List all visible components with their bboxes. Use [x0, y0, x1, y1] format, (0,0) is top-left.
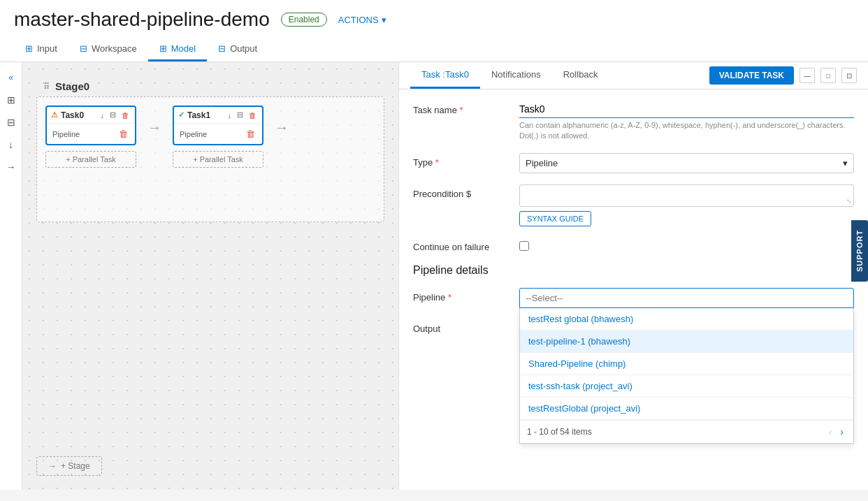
tab-notifications[interactable]: Notifications — [480, 62, 552, 89]
sidebar-layers-icon[interactable]: ⊟ — [1, 112, 21, 132]
drag-handle-icon[interactable]: ⠿ — [43, 82, 50, 92]
type-row: Type * Pipeline ▾ — [413, 153, 854, 173]
input-icon: ⊞ — [25, 43, 33, 54]
task-tabs: Task :Task0 Notifications Rollback VALID… — [399, 62, 868, 89]
actions-button[interactable]: ACTIONS ▾ — [338, 15, 386, 25]
minimize-btn[interactable]: — — [800, 68, 815, 83]
task-card-task1[interactable]: ✓ Task1 ↓ ⊟ 🗑 — [173, 106, 263, 145]
tab-input[interactable]: ⊞ Input — [14, 38, 68, 61]
task1-copy-btn[interactable]: ⊟ — [236, 110, 245, 120]
task1-body-delete-btn[interactable]: 🗑 — [245, 128, 256, 140]
task0-delete-btn[interactable]: 🗑 — [120, 110, 131, 120]
continue-failure-row: Continue on failure — [413, 238, 854, 253]
connector: → — [147, 119, 161, 136]
precondition-field: ⤡ — [519, 184, 854, 207]
header: master-shared-pipeline-demo Enabled ACTI… — [0, 0, 868, 62]
right-panel: Task :Task0 Notifications Rollback VALID… — [398, 62, 868, 490]
task1-delete-btn[interactable]: 🗑 — [247, 110, 258, 120]
pipeline-details-title: Pipeline details — [413, 264, 854, 277]
support-tab[interactable]: SUPPORT — [851, 219, 868, 281]
task0-name: Task0 — [61, 110, 84, 120]
dropdown-item-2[interactable]: Shared-Pipeline (chimp) — [520, 353, 853, 375]
task0-body: Pipeline 🗑 — [47, 124, 135, 144]
pipeline-dropdown: testRest global (bhawesh) test-pipeline-… — [519, 308, 854, 444]
task1-type: Pipeline — [180, 130, 207, 138]
chevron-down-icon: ▾ — [843, 158, 848, 168]
pagination-buttons: ‹ › — [826, 425, 846, 439]
workspace-icon: ⊟ — [80, 43, 87, 54]
resize-handle-icon: ⤡ — [846, 198, 852, 205]
task1-success-icon: ✓ — [178, 110, 185, 119]
output-icon: ⊟ — [218, 43, 226, 54]
canvas[interactable]: ⠿ Stage0 ⚠ Task0 — [22, 62, 398, 490]
form-area: Task name * Can contain alphanumeric (a-… — [399, 89, 868, 490]
continue-failure-input-container — [519, 238, 854, 253]
task1-header: ✓ Task1 ↓ ⊟ 🗑 — [174, 107, 262, 124]
task0-save-btn[interactable]: ↓ — [99, 110, 106, 120]
task0-warning-icon: ⚠ — [51, 110, 58, 119]
type-select-container: Pipeline ▾ — [519, 153, 854, 173]
pipeline-title: master-shared-pipeline-demo — [14, 8, 270, 31]
pipeline-details-section: Pipeline details Pipeline * testRest glo… — [413, 264, 854, 308]
model-icon: ⊞ — [159, 43, 167, 54]
enabled-badge: Enabled — [281, 13, 327, 27]
tab-task[interactable]: Task :Task0 — [410, 62, 480, 89]
type-select[interactable]: Pipeline ▾ — [519, 153, 854, 173]
sidebar-collapse-btn[interactable]: « — [1, 68, 21, 87]
maximize-btn[interactable]: ⊡ — [841, 68, 857, 83]
dropdown-item-1[interactable]: test-pipeline-1 (bhawesh) — [520, 331, 853, 353]
sidebar-download-icon[interactable]: ↓ — [1, 135, 21, 154]
task0-type: Pipeline — [52, 130, 80, 138]
tab-model[interactable]: ⊞ Model — [148, 38, 207, 61]
connector-right: → — [275, 119, 289, 136]
pipeline-label: Pipeline * — [413, 288, 511, 303]
dropdown-item-3[interactable]: test-ssh-task (project_avi) — [520, 375, 853, 398]
prev-page-btn[interactable]: ‹ — [826, 425, 835, 439]
stage-title: Stage0 — [55, 80, 89, 92]
task-tab-actions: VALIDATE TASK — □ ⊡ — [709, 66, 857, 85]
task1-name: Task1 — [187, 110, 210, 120]
tab-workspace[interactable]: ⊟ Workspace — [68, 38, 148, 61]
tab-output[interactable]: ⊟ Output — [207, 38, 268, 61]
task0-body-delete-btn[interactable]: 🗑 — [117, 128, 129, 140]
precondition-input[interactable] — [526, 189, 848, 200]
connector-right-arrow-icon: → — [275, 119, 289, 136]
task1-save-btn[interactable]: ↓ — [226, 110, 233, 120]
continue-failure-checkbox[interactable] — [519, 241, 529, 251]
add-stage-arrow-icon: → — [48, 461, 57, 471]
syntax-guide-btn[interactable]: SYNTAX GUIDE — [519, 211, 591, 226]
pipeline-select-input[interactable] — [519, 288, 854, 308]
pipeline-row: Pipeline * testRest global (bhawesh) tes… — [413, 288, 854, 308]
task-card-task0[interactable]: ⚠ Task0 ↓ ⊟ 🗑 — [45, 106, 136, 145]
pipeline-select-wrapper: testRest global (bhawesh) test-pipeline-… — [519, 288, 854, 308]
precondition-row: Precondition $ ⤡ SYNTAX GUIDE — [413, 184, 854, 226]
task-name-row: Task name * Can contain alphanumeric (a-… — [413, 101, 854, 142]
task1-add-parallel-btn[interactable]: + Parallel Task — [173, 151, 263, 168]
sidebar: « ⊞ ⊟ ↓ → — [0, 62, 22, 490]
output-label: Output — [413, 319, 511, 334]
dropdown-item-0[interactable]: testRest global (bhawesh) — [520, 308, 853, 331]
stage-header: ⠿ Stage0 — [36, 76, 384, 96]
task0-add-parallel-btn[interactable]: + Parallel Task — [45, 151, 136, 168]
next-page-btn[interactable]: › — [837, 425, 846, 439]
task0-copy-btn[interactable]: ⊟ — [108, 110, 117, 120]
type-label: Type * — [413, 153, 511, 168]
task-name-input[interactable] — [519, 101, 854, 118]
precondition-label: Precondition $ — [413, 184, 511, 199]
task-name-input-container: Can contain alphanumeric (a-z, A-Z, 0-9)… — [519, 101, 854, 142]
task0-header: ⚠ Task0 ↓ ⊟ 🗑 — [47, 107, 135, 124]
task-name-hint: Can contain alphanumeric (a-z, A-Z, 0-9)… — [519, 120, 854, 142]
restore-btn[interactable]: □ — [820, 68, 836, 83]
task1-body: Pipeline 🗑 — [174, 124, 262, 144]
tab-rollback[interactable]: Rollback — [552, 62, 609, 89]
pagination-text: 1 - 10 of 54 items — [527, 427, 592, 437]
sidebar-arrow-icon[interactable]: → — [1, 157, 21, 177]
validate-task-btn[interactable]: VALIDATE TASK — [709, 66, 794, 85]
nav-tabs: ⊞ Input ⊟ Workspace ⊞ Model ⊟ Output — [14, 38, 854, 61]
dropdown-item-4[interactable]: testRestGlobal (project_avi) — [520, 398, 853, 420]
stage-box: ⚠ Task0 ↓ ⊟ 🗑 — [36, 96, 384, 222]
main-layout: « ⊞ ⊟ ↓ → ⠿ Stage0 — [0, 62, 868, 490]
sidebar-grid-icon[interactable]: ⊞ — [1, 90, 21, 110]
connector-arrow-icon: → — [147, 119, 161, 136]
add-stage-btn[interactable]: → + Stage — [36, 456, 102, 476]
